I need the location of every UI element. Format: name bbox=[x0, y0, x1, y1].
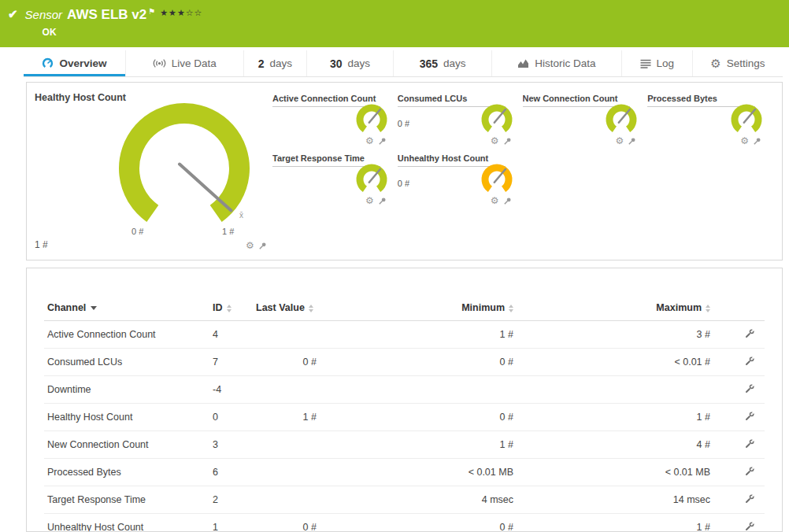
table-row: Active Connection Count 4 1 # 3 # bbox=[44, 321, 765, 349]
table-row: Consumed LCUs 7 0 # 0 # < 0.01 # bbox=[44, 349, 765, 376]
tab-log[interactable]: Log bbox=[621, 50, 692, 76]
mini-gauge-value: 0 # bbox=[398, 179, 409, 188]
wrench-icon[interactable] bbox=[745, 411, 755, 423]
pin-icon[interactable] bbox=[503, 137, 512, 146]
live-data-icon bbox=[153, 58, 166, 68]
channel-minimum: 1 # bbox=[320, 321, 517, 349]
tab-30-days[interactable]: 30 days bbox=[306, 50, 393, 76]
channel-last-value: 0 # bbox=[253, 349, 320, 376]
gear-icon[interactable]: ⚙ bbox=[365, 196, 374, 205]
table-row: Healthy Host Count 0 1 # 0 # 1 # bbox=[44, 404, 765, 431]
tab-label: Overview bbox=[59, 57, 106, 69]
channel-maximum: < 0.01 MB bbox=[517, 459, 713, 486]
sensor-status-bar: ✔ SensorAWS ELB v2⚑★★★☆☆ OK bbox=[0, 0, 789, 47]
wrench-icon[interactable] bbox=[745, 328, 755, 341]
tab-settings[interactable]: ⚙ Settings bbox=[692, 50, 783, 76]
status-check-icon: ✔ bbox=[8, 7, 18, 21]
channel-minimum: 0 # bbox=[320, 349, 517, 376]
mini-gauge bbox=[728, 102, 765, 138]
channels-panel: Channel ID Last Value Minimum Maximum Ac… bbox=[26, 268, 783, 532]
pin-icon[interactable] bbox=[378, 197, 387, 205]
channel-name: Active Connection Count bbox=[44, 321, 209, 349]
sort-desc-icon bbox=[91, 306, 97, 310]
gauge-unhealthy-host-count: Unhealthy Host Count 0 # ⚙ bbox=[398, 153, 523, 213]
channel-minimum: 0 # bbox=[320, 404, 517, 431]
column-header-minimum[interactable]: Minimum bbox=[320, 295, 517, 321]
channel-last-value bbox=[253, 486, 320, 514]
column-label: Maximum bbox=[656, 302, 702, 313]
gauge-actions: ⚙ bbox=[365, 196, 387, 205]
table-header-row: Channel ID Last Value Minimum Maximum bbox=[44, 295, 765, 321]
column-header-actions bbox=[713, 295, 765, 321]
column-header-last-value[interactable]: Last Value bbox=[253, 295, 320, 321]
channel-maximum bbox=[517, 376, 713, 404]
tab-historic-data[interactable]: Historic Data bbox=[491, 50, 621, 76]
gauge-actions: ⚙ bbox=[740, 136, 761, 146]
column-header-id[interactable]: ID bbox=[209, 295, 253, 321]
primary-gauge: x̄ bbox=[109, 94, 259, 243]
sort-icons bbox=[706, 305, 710, 312]
column-header-channel[interactable]: Channel bbox=[44, 295, 209, 321]
gear-icon[interactable]: ⚙ bbox=[491, 196, 499, 205]
gear-icon[interactable]: ⚙ bbox=[365, 136, 374, 146]
wrench-icon[interactable] bbox=[745, 466, 755, 478]
sensor-title-line: SensorAWS ELB v2⚑★★★☆☆ bbox=[25, 7, 203, 24]
tab-365-days[interactable]: 365 days bbox=[393, 50, 491, 76]
mini-gauge bbox=[479, 102, 515, 138]
channel-name: Target Response Time bbox=[44, 486, 209, 514]
channel-maximum: 1 # bbox=[517, 404, 713, 431]
pin-icon[interactable] bbox=[753, 137, 761, 146]
tab-live-data[interactable]: Live Data bbox=[125, 50, 243, 76]
gauge-consumed-lcus: Consumed LCUs 0 # ⚙ bbox=[398, 94, 523, 153]
gear-icon[interactable]: ⚙ bbox=[615, 136, 624, 146]
mean-marker: x̄ bbox=[239, 211, 243, 220]
tab-label: Settings bbox=[727, 57, 765, 69]
primary-gauge-healthy-host-count: Healthy Host Count x̄ 0 # 1 # 1 # ⚙ bbox=[27, 83, 272, 260]
tab-number: 365 bbox=[420, 57, 438, 70]
channel-last-value bbox=[253, 321, 320, 349]
tab-overview[interactable]: Overview bbox=[24, 50, 125, 76]
wrench-icon[interactable] bbox=[745, 438, 755, 451]
pin-icon[interactable] bbox=[503, 197, 512, 205]
sensor-titles: SensorAWS ELB v2⚑★★★☆☆ OK bbox=[25, 7, 203, 38]
channel-minimum bbox=[320, 376, 517, 404]
gauge-active-connection-count: Active Connection Count ⚙ bbox=[272, 94, 398, 153]
tab-label: Historic Data bbox=[535, 57, 595, 69]
mini-gauge bbox=[603, 102, 639, 138]
sort-icons bbox=[309, 305, 313, 312]
tab-bar: Overview Live Data 2 days 30 days 365 da… bbox=[24, 50, 783, 77]
channel-maximum: < 0.01 # bbox=[517, 349, 713, 376]
mini-gauge-value: 0 # bbox=[398, 119, 409, 128]
gauge-needle bbox=[180, 164, 232, 211]
gear-icon[interactable]: ⚙ bbox=[246, 241, 254, 250]
tab-2-days[interactable]: 2 days bbox=[243, 50, 306, 76]
tab-number: 30 bbox=[330, 57, 343, 70]
column-header-maximum[interactable]: Maximum bbox=[517, 295, 713, 321]
overview-icon bbox=[42, 57, 54, 69]
channel-id: 6 bbox=[209, 459, 253, 486]
tab-label: days bbox=[348, 57, 371, 69]
gauge-actions: ⚙ bbox=[246, 241, 267, 250]
channel-last-value bbox=[253, 431, 320, 459]
status-badge: OK bbox=[43, 27, 203, 38]
table-row: Unhealthy Host Count 1 0 # 0 # 1 # bbox=[44, 514, 765, 532]
wrench-icon[interactable] bbox=[745, 521, 755, 532]
primary-gauge-value: 1 # bbox=[35, 239, 48, 250]
page-title: AWS ELB v2 bbox=[67, 7, 146, 22]
channel-minimum: 1 # bbox=[320, 431, 517, 459]
gear-icon[interactable]: ⚙ bbox=[491, 136, 499, 146]
wrench-icon[interactable] bbox=[745, 493, 755, 506]
wrench-icon[interactable] bbox=[745, 356, 755, 368]
channel-id: 2 bbox=[209, 486, 253, 514]
tab-label: Log bbox=[657, 57, 675, 69]
gear-icon[interactable]: ⚙ bbox=[740, 136, 749, 146]
tab-label: days bbox=[443, 57, 466, 69]
pin-icon[interactable] bbox=[378, 137, 387, 146]
gauge-arc bbox=[129, 113, 239, 213]
channel-maximum: 1 # bbox=[517, 514, 713, 532]
priority-stars[interactable]: ★★★☆☆ bbox=[160, 8, 202, 17]
pin-icon[interactable] bbox=[628, 137, 636, 146]
pin-icon[interactable] bbox=[258, 242, 267, 250]
wrench-icon[interactable] bbox=[745, 383, 755, 396]
historic-data-icon bbox=[517, 58, 529, 68]
